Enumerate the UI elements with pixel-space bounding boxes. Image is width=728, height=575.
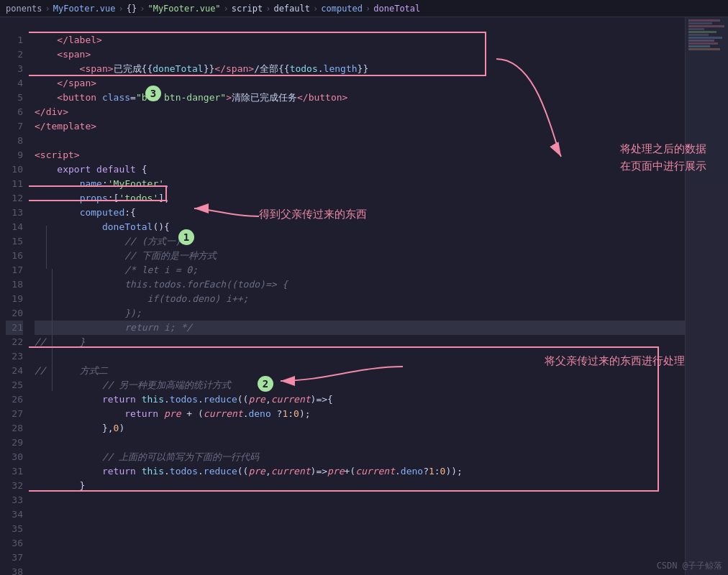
code-line: <span>已完成{{doneTotal}}</span>/全部{{todos.… — [35, 62, 685, 76]
breadcrumb-sep: › — [365, 4, 370, 14]
breadcrumb-item-donetotal: doneTotal — [373, 4, 420, 14]
code-line: </div> — [35, 105, 685, 119]
code-line: props:['todos'], — [35, 191, 685, 206]
breadcrumb-item-computed: computed — [321, 4, 363, 14]
code-line: </span> — [35, 76, 685, 91]
code-line: export default { — [35, 162, 685, 177]
code-line — [35, 134, 685, 148]
breadcrumb-item: MyFooter.vue — [53, 4, 116, 14]
code-line: <span> — [35, 47, 685, 62]
breadcrumb-sep: › — [224, 4, 229, 14]
code-line: // 另一种更加高端的统计方式 — [35, 378, 685, 392]
breadcrumb-sep: › — [45, 4, 50, 14]
minimap — [685, 17, 728, 575]
code-line: this.todos.forEach((todo)=> { — [35, 277, 685, 292]
code-line: } — [35, 479, 685, 493]
watermark: CSDN @子子鲸落 — [657, 560, 722, 572]
code-line: return pre + (current.deno ?1:0); — [35, 407, 685, 421]
breadcrumb-item: "MyFooter.vue" — [147, 4, 220, 14]
code-line: computed:{ — [35, 206, 685, 220]
code-line: }); — [35, 306, 685, 321]
code-line: return this.todos.reduce((pre,current)=>… — [35, 464, 685, 479]
code-line: <button class="btn btn-danger">清除已完成任务</… — [35, 91, 685, 105]
code-line: // 上面的可以简写为下面的一行代码 — [35, 450, 685, 464]
code-line: return i; */ — [35, 321, 685, 335]
code-line: /* let i = 0; — [35, 263, 685, 277]
code-line: // 方式二 — [35, 364, 685, 378]
breadcrumb-sep: › — [313, 4, 318, 14]
code-line — [35, 19, 685, 33]
code-line: </template> — [35, 119, 685, 134]
code-line: doneTotal(){ — [35, 220, 685, 234]
breadcrumb-item: default — [273, 4, 310, 14]
editor-area: 1 2 3 4 5 6 7 8 9 10 11 12 13 14 15 16 1… — [0, 17, 728, 575]
code-line: // (方式一) — [35, 234, 685, 249]
code-line: // } — [35, 335, 685, 349]
breadcrumb-item: script — [232, 4, 263, 14]
code-editor[interactable]: </label> <span> <span>已完成{{doneTotal}}</… — [29, 17, 685, 575]
breadcrumb-item: ponents — [6, 4, 42, 14]
breadcrumb-item: {} — [127, 4, 137, 14]
code-line — [35, 349, 685, 364]
code-line: </label> — [35, 33, 685, 47]
code-line: // 下面的是一种方式 — [35, 249, 685, 263]
code-line — [35, 436, 685, 450]
code-line: return this.todos.reduce((pre,current)=>… — [35, 392, 685, 407]
code-line: <script> — [35, 148, 685, 162]
line-numbers: 1 2 3 4 5 6 7 8 9 10 11 12 13 14 15 16 1… — [0, 17, 29, 575]
code-line: if(todo.deno) i++; — [35, 292, 685, 306]
code-line: name:'MyFooter', — [35, 177, 685, 191]
code-line: },0) — [35, 421, 685, 436]
breadcrumb-bar: ponents › MyFooter.vue › {} › "MyFooter.… — [0, 0, 728, 17]
breadcrumb-sep: › — [119, 4, 124, 14]
breadcrumb-sep: › — [265, 4, 270, 14]
breadcrumb-sep: › — [140, 4, 145, 14]
